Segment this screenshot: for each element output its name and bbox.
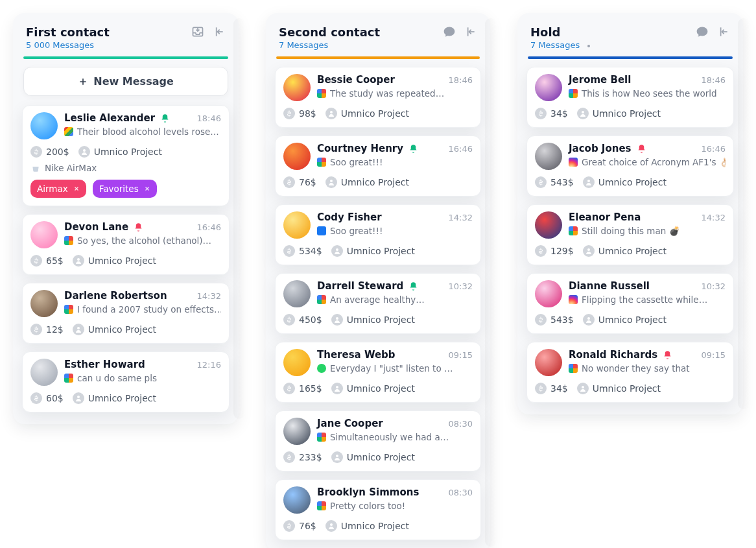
conversation-card[interactable]: Dianne Russell 10:32 Flipping the casset…: [526, 273, 734, 334]
bell-icon: [134, 222, 143, 232]
new-message-label: New Message: [93, 75, 174, 88]
time: 18:46: [702, 75, 726, 85]
project-name: Umnico Project: [88, 256, 156, 266]
price-value: 129$: [550, 246, 574, 256]
price: 98$: [283, 108, 316, 119]
conversation-card[interactable]: Theresa Webb 09:15 Everyday I "just" lis…: [275, 342, 481, 403]
conversation-card[interactable]: Darlene Robertson 14:32 I found a 2007 s…: [22, 283, 230, 344]
new-message-button[interactable]: New Message: [23, 67, 228, 96]
inbox-icon[interactable]: [191, 25, 205, 39]
snippet-text: Great choice of Acronym AF1's 👌🏻: [582, 157, 726, 167]
contact-name: Brooklyn Simmons: [317, 486, 419, 498]
svg-point-1: [83, 149, 86, 152]
dollar-icon: [283, 245, 295, 257]
contact-name: Theresa Webb: [317, 349, 396, 361]
dollar-icon: [535, 383, 547, 394]
price: 60$: [30, 392, 64, 404]
snippet-text: No wonder they say that: [582, 363, 690, 374]
conversation-card[interactable]: Jacob Jones 16:46 Great choice of Acrony…: [526, 136, 734, 197]
project: Umnico Project: [73, 255, 156, 267]
conversation-card[interactable]: Darrell Steward 10:32 An average healthy…: [275, 273, 481, 334]
card-meta: 450$ Umnico Project: [283, 314, 473, 326]
project-name: Umnico Project: [347, 383, 415, 394]
project: Umnico Project: [583, 245, 667, 257]
dollar-icon: [535, 176, 547, 188]
message-snippet: I found a 2007 study on effects…: [64, 304, 221, 315]
price: 165$: [283, 383, 322, 394]
avatar: [283, 280, 311, 307]
price-value: 534$: [299, 246, 322, 256]
conversation-list: Jerome Bell 18:46 This is how Neo sees t…: [526, 67, 734, 403]
extra-line: Nike AirMax: [30, 163, 221, 173]
comment-icon[interactable]: [695, 25, 709, 39]
time: 16:46: [702, 144, 726, 154]
project-name: Umnico Project: [88, 324, 156, 335]
close-icon[interactable]: [144, 185, 150, 192]
person-icon: [73, 392, 84, 404]
dollar-icon: [30, 392, 42, 404]
conversation-card[interactable]: Esther Howard 12:16 can u do same pls 60…: [22, 351, 230, 412]
comment-icon[interactable]: [442, 25, 456, 39]
tag-label: Favorites: [99, 184, 139, 194]
bell-icon: [408, 281, 418, 291]
conversation-card[interactable]: Brooklyn Simmons 08:30 Pretty colors too…: [275, 479, 481, 540]
time: 14:32: [702, 213, 726, 222]
card-meta: 165$ Umnico Project: [283, 383, 473, 394]
avatar: [535, 74, 562, 101]
price-value: 98$: [299, 108, 316, 119]
column-title: First contact: [26, 25, 110, 39]
avatar: [283, 143, 311, 170]
close-icon[interactable]: [73, 185, 80, 192]
project-name: Umnico Project: [593, 383, 661, 394]
conversation-card[interactable]: Ronald Richards 09:15 No wonder they say…: [526, 342, 734, 403]
message-snippet: Flipping the cassette while…: [569, 294, 726, 305]
price: 450$: [283, 314, 322, 326]
time: 12:16: [197, 360, 221, 370]
svg-point-6: [330, 180, 333, 182]
project: Umnico Project: [73, 392, 156, 404]
price: 12$: [30, 324, 64, 335]
snippet-text: This is how Neo sees the world: [582, 88, 717, 99]
multi-icon: [64, 374, 73, 383]
time: 16:46: [449, 144, 473, 154]
card-meta: 129$ Umnico Project: [535, 245, 726, 257]
price-value: 543$: [550, 315, 574, 325]
project-name: Umnico Project: [598, 246, 667, 256]
message-snippet: can u do same pls: [64, 373, 221, 383]
column-title: Hold: [530, 25, 561, 39]
person-icon: [331, 383, 343, 394]
multi-icon: [317, 295, 326, 304]
conversation-card[interactable]: Leslie Alexander 18:46 Their blood alcoh…: [22, 105, 230, 206]
collapse-icon[interactable]: [463, 25, 477, 39]
column-subtitle: 7 Messages: [275, 39, 481, 56]
price-value: 543$: [550, 177, 574, 187]
conversation-card[interactable]: Cody Fisher 14:32 Soo great!!! 534$ Umni…: [275, 204, 481, 265]
tags: AirmaxFavorites: [30, 180, 221, 198]
collapse-icon[interactable]: [211, 25, 226, 39]
project-name: Umnico Project: [347, 315, 415, 325]
tag[interactable]: Airmax: [30, 180, 86, 198]
conversation-card[interactable]: Devon Lane 16:46 So yes, the alcohol (et…: [22, 214, 230, 275]
person-icon: [325, 176, 337, 188]
svg-point-14: [587, 248, 590, 251]
conversation-card[interactable]: Jerome Bell 18:46 This is how Neo sees t…: [526, 67, 734, 128]
column-hold: Hold 7 Messages Jerome Bell 18:46 This i: [517, 13, 743, 414]
person-icon: [325, 108, 337, 119]
snippet-text: Soo great!!!: [330, 157, 383, 167]
column-actions: [695, 25, 730, 39]
collapse-icon[interactable]: [716, 25, 730, 39]
price-value: 450$: [299, 315, 322, 325]
message-snippet: No wonder they say that: [569, 363, 726, 374]
conversation-card[interactable]: Eleanor Pena 14:32 Still doing this man …: [526, 204, 734, 265]
time: 18:46: [449, 75, 473, 85]
svg-point-2: [77, 258, 80, 261]
svg-point-11: [330, 523, 333, 526]
conversation-card[interactable]: Jane Cooper 08:30 Simultaneously we had …: [275, 411, 481, 471]
price-value: 200$: [46, 147, 69, 157]
tag[interactable]: Favorites: [93, 180, 157, 198]
conversation-card[interactable]: Bessie Cooper 18:46 The study was repeat…: [275, 67, 481, 128]
snippet-text: Flipping the cassette while…: [582, 294, 707, 305]
snippet-text: Everyday I "just" listen to …: [330, 363, 453, 374]
time: 08:30: [449, 419, 473, 429]
conversation-card[interactable]: Courtney Henry 16:46 Soo great!!! 76$ Um…: [275, 136, 481, 197]
